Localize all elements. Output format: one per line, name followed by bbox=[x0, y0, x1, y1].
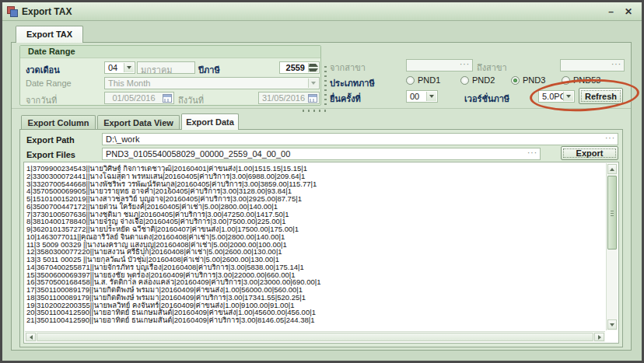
browse-ellipsis-icon[interactable]: ··· bbox=[611, 60, 621, 68]
calendar-icon bbox=[308, 94, 317, 103]
horizontal-splitter[interactable] bbox=[303, 110, 329, 112]
vertical-scrollbar[interactable] bbox=[606, 163, 618, 330]
scroll-down-icon[interactable] bbox=[607, 319, 617, 330]
period-month-value: 04 bbox=[108, 63, 117, 72]
export-files-label: Export Files bbox=[26, 150, 75, 159]
export-data-tab-page: Export Path D:\_work ··· Export Files PN… bbox=[19, 129, 623, 347]
tax-version-label: เวอร์ชั่นภาษี bbox=[464, 92, 509, 106]
radio-circle-icon bbox=[460, 76, 469, 85]
radio-pnd2[interactable]: PND2 bbox=[460, 75, 495, 85]
calendar-icon bbox=[163, 94, 172, 103]
to-date-value: 31/05/2016 bbox=[262, 93, 305, 103]
period-month-label: งวดเดือน bbox=[26, 63, 60, 77]
tab-export-data[interactable]: Export Data bbox=[181, 113, 239, 130]
spinner-down-icon[interactable] bbox=[308, 68, 318, 72]
title-bar[interactable]: Export TAX – ✕ bbox=[2, 2, 642, 21]
data-line: 21|3501100412590||นายอาทิตย์ ธนเกษมสันต์… bbox=[26, 316, 604, 324]
from-date-picker: 01/05/2016 bbox=[104, 92, 174, 104]
radio-label: PND1 bbox=[418, 75, 440, 85]
horizontal-scrollbar[interactable] bbox=[25, 331, 605, 342]
browse-ellipsis-icon[interactable]: ··· bbox=[460, 60, 470, 68]
tax-year-label: ปีภาษี bbox=[198, 63, 220, 77]
export-path-value: D:\_work bbox=[106, 134, 139, 144]
tax-year-spinner[interactable]: 2559 bbox=[279, 61, 320, 74]
export-files-field[interactable]: PND3_0105540058029_00000_2559_04_00_00 ·… bbox=[102, 148, 541, 160]
to-branch-field[interactable]: ··· bbox=[560, 59, 625, 72]
radio-pnd1[interactable]: PND1 bbox=[406, 75, 440, 85]
export-data-content: 1|3709900234543||นายวิศิษฐ์ กิจการเดชาวุ… bbox=[26, 165, 604, 330]
from-branch-label: จากสาขา bbox=[330, 61, 366, 75]
radio-circle-icon bbox=[406, 76, 415, 85]
date-range-label: Date Range bbox=[26, 79, 72, 88]
window-title: Export TAX bbox=[22, 6, 72, 17]
tab-export-data-view[interactable]: Export Data View bbox=[97, 115, 180, 130]
scroll-up-icon[interactable] bbox=[607, 164, 617, 174]
chevron-down-icon[interactable] bbox=[426, 92, 436, 101]
scroll-right-icon[interactable] bbox=[594, 333, 604, 341]
browse-ellipsis-icon[interactable]: ··· bbox=[527, 148, 537, 157]
submit-number-combobox[interactable]: 00 bbox=[406, 90, 438, 103]
date-range-combobox: This Month bbox=[104, 77, 320, 89]
from-date-value: 01/05/2016 bbox=[112, 93, 155, 103]
date-range-groupbox: Date Range งวดเดือน 04 มกราคม ปีภาษี 255… bbox=[19, 45, 321, 106]
to-branch-label: ถึงสาขา bbox=[477, 61, 507, 75]
radio-label: PND3 bbox=[523, 75, 545, 85]
tab-export-column[interactable]: Export Column bbox=[21, 115, 96, 130]
chevron-down-icon bbox=[308, 79, 318, 88]
export-tax-tab-page: Date Range งวดเดือน 04 มกราคม ปีภาษี 255… bbox=[11, 42, 632, 351]
month-name-field: มกราคม bbox=[137, 61, 195, 74]
tab-export-tax[interactable]: Export TAX bbox=[16, 26, 83, 43]
from-branch-field[interactable]: ··· bbox=[406, 59, 473, 72]
to-date-label: ถึงวันที่ bbox=[178, 93, 204, 107]
vertical-scrollbar-thumb[interactable] bbox=[607, 176, 617, 250]
date-range-value: This Month bbox=[108, 79, 150, 88]
browse-ellipsis-icon[interactable]: ··· bbox=[605, 134, 615, 142]
app-window-icon bbox=[7, 6, 17, 16]
minimize-icon[interactable]: – bbox=[608, 7, 614, 16]
export-data-textarea[interactable]: 1|3709900234543||นายวิศิษฐ์ กิจการเดชาวุ… bbox=[23, 162, 619, 344]
period-month-combobox[interactable]: 04 bbox=[104, 61, 135, 74]
export-path-field[interactable]: D:\_work ··· bbox=[102, 133, 618, 145]
radio-pnd3[interactable]: PND3 bbox=[511, 75, 545, 85]
export-path-label: Export Path bbox=[26, 135, 75, 145]
to-date-picker: 31/05/2016 bbox=[258, 92, 320, 104]
export-button[interactable]: Export bbox=[561, 146, 618, 160]
vertical-splitter[interactable] bbox=[324, 65, 327, 105]
submit-number-value: 00 bbox=[410, 92, 419, 101]
scroll-left-icon[interactable] bbox=[26, 333, 36, 341]
radio-circle-selected-icon bbox=[511, 76, 520, 85]
from-date-label: จากวันที่ bbox=[26, 93, 57, 107]
tax-year-value: 2559 bbox=[286, 63, 305, 72]
date-range-group-title: Date Range bbox=[20, 46, 320, 58]
horizontal-scrollbar-thumb[interactable] bbox=[37, 333, 593, 341]
close-icon[interactable]: ✕ bbox=[625, 7, 632, 16]
submit-number-label: ยื่นครั้งที่ bbox=[330, 92, 361, 106]
export-button-label: Export bbox=[576, 148, 604, 158]
tax-type-label: ประเภทภาษี bbox=[330, 76, 375, 90]
export-files-value: PND3_0105540058029_00000_2559_04_00_00 bbox=[106, 149, 290, 159]
export-tax-window: Export TAX – ✕ Export TAX Date Range งวด… bbox=[0, 0, 644, 363]
chevron-down-icon[interactable] bbox=[124, 63, 134, 72]
radio-label: PND2 bbox=[472, 75, 495, 85]
